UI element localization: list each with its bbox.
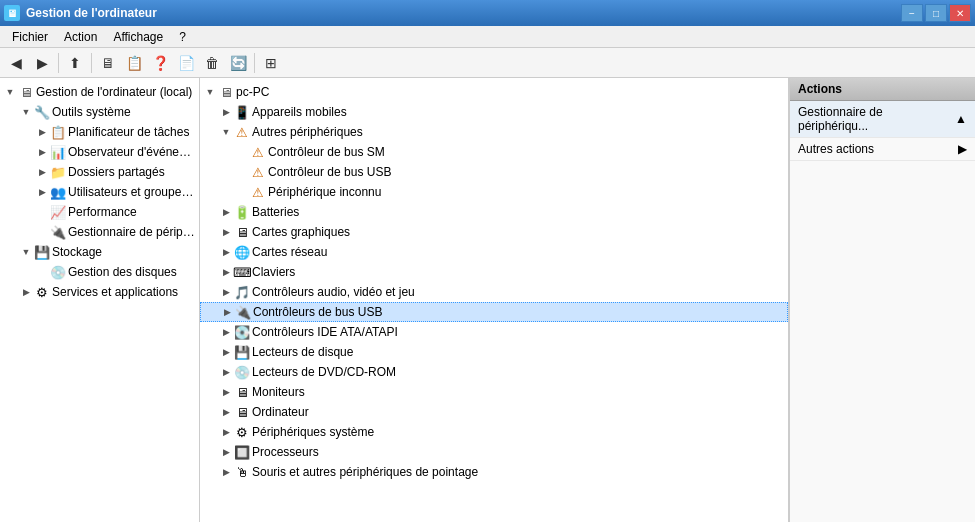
label-cartes-graph: Cartes graphiques [252, 225, 350, 239]
tree-item-computer-root[interactable]: ▼ 🖥 pc-PC [200, 82, 788, 102]
label-ctrl-bus-usb: Contrôleurs de bus USB [253, 305, 382, 319]
label-computer-root: pc-PC [236, 85, 269, 99]
tree-item-ctrl-bus-usb[interactable]: ▶ 🔌 Contrôleurs de bus USB [200, 302, 788, 322]
tree-item-services[interactable]: ▶ ⚙ Services et applications [0, 282, 199, 302]
expand-appareils[interactable]: ▶ [218, 104, 234, 120]
icon-processeurs: 🔲 [234, 444, 250, 460]
tree-item-appareils[interactable]: ▶ 📱 Appareils mobiles [200, 102, 788, 122]
label-services: Services et applications [52, 285, 178, 299]
tree-item-autres[interactable]: ▼ ⚠ Autres périphériques [200, 122, 788, 142]
tree-item-cartes-reseau[interactable]: ▶ 🌐 Cartes réseau [200, 242, 788, 262]
expand-ctrl-bus-usb[interactable]: ▶ [219, 304, 235, 320]
maximize-button[interactable]: □ [925, 4, 947, 22]
tree-item-batteries[interactable]: ▶ 🔋 Batteries [200, 202, 788, 222]
tree-item-claviers[interactable]: ▶ ⌨ Claviers [200, 262, 788, 282]
expand-planificateur[interactable]: ▶ [34, 124, 50, 140]
tree-item-planificateur[interactable]: ▶ 📋 Planificateur de tâches [0, 122, 199, 142]
icon-computer: 🖥 [18, 84, 34, 100]
tree-item-disques[interactable]: ▶ 💿 Gestion des disques [0, 262, 199, 282]
tree-item-periph-inconnu[interactable]: ▶ ⚠ Périphérique inconnu [200, 182, 788, 202]
expand-lecteurs-dvd[interactable]: ▶ [218, 364, 234, 380]
tree-item-souris[interactable]: ▶ 🖱 Souris et autres périphériques de po… [200, 462, 788, 482]
tree-item-ctrl-sm[interactable]: ▶ ⚠ Contrôleur de bus SM [200, 142, 788, 162]
expand-lecteurs-disque[interactable]: ▶ [218, 344, 234, 360]
expand-utilisateurs[interactable]: ▶ [34, 184, 50, 200]
forward-button[interactable]: ▶ [30, 51, 54, 75]
icon-ctrl-audio: 🎵 [234, 284, 250, 300]
expand-ordinateur[interactable]: ▶ [218, 404, 234, 420]
tree-item-ordinateur[interactable]: ▶ 🖥 Ordinateur [200, 402, 788, 422]
toolbar-sep-2 [91, 53, 92, 73]
label-batteries: Batteries [252, 205, 299, 219]
tree-item-cartes-graph[interactable]: ▶ 🖥 Cartes graphiques [200, 222, 788, 242]
icon-autres: ⚠ [234, 124, 250, 140]
expand-moniteurs[interactable]: ▶ [218, 384, 234, 400]
help-button[interactable]: ❓ [148, 51, 172, 75]
tree-item-root[interactable]: ▼ 🖥 Gestion de l'ordinateur (local) [0, 82, 199, 102]
icon-gestionnaire: 🔌 [50, 224, 66, 240]
tree-item-dossiers[interactable]: ▶ 📁 Dossiers partagés [0, 162, 199, 182]
tree-item-lecteurs-disque[interactable]: ▶ 💾 Lecteurs de disque [200, 342, 788, 362]
main-content: ▼ 🖥 Gestion de l'ordinateur (local) ▼ 🔧 … [0, 78, 975, 522]
new-button[interactable]: 📄 [174, 51, 198, 75]
tree-item-utilisateurs[interactable]: ▶ 👥 Utilisateurs et groupes l... [0, 182, 199, 202]
minimize-button[interactable]: − [901, 4, 923, 22]
tree-item-outils[interactable]: ▼ 🔧 Outils système [0, 102, 199, 122]
tree-item-processeurs[interactable]: ▶ 🔲 Processeurs [200, 442, 788, 462]
tree-item-ctrl-audio[interactable]: ▶ 🎵 Contrôleurs audio, vidéo et jeu [200, 282, 788, 302]
close-button[interactable]: ✕ [949, 4, 971, 22]
tree-item-ctrl-usb-warn[interactable]: ▶ ⚠ Contrôleur de bus USB [200, 162, 788, 182]
icon-utilisateurs: 👥 [50, 184, 66, 200]
delete-button[interactable]: 🗑 [200, 51, 224, 75]
expand-periph-systeme[interactable]: ▶ [218, 424, 234, 440]
properties-button[interactable]: 📋 [122, 51, 146, 75]
back-button[interactable]: ◀ [4, 51, 28, 75]
icon-ctrl-ide: 💽 [234, 324, 250, 340]
expand-batteries[interactable]: ▶ [218, 204, 234, 220]
menu-action[interactable]: Action [56, 28, 105, 46]
actions-panel: Actions Gestionnaire de périphériqu... ▲… [789, 78, 975, 522]
tree-item-lecteurs-dvd[interactable]: ▶ 💿 Lecteurs de DVD/CD-ROM [200, 362, 788, 382]
expand-cartes-graph[interactable]: ▶ [218, 224, 234, 240]
expand-stockage[interactable]: ▼ [18, 244, 34, 260]
label-cartes-reseau: Cartes réseau [252, 245, 327, 259]
menu-affichage[interactable]: Affichage [105, 28, 171, 46]
expand-souris[interactable]: ▶ [218, 464, 234, 480]
label-observateur: Observateur d'événeme... [68, 145, 195, 159]
menu-help[interactable]: ? [171, 28, 194, 46]
tree-item-moniteurs[interactable]: ▶ 🖥 Moniteurs [200, 382, 788, 402]
tree-item-periph-systeme[interactable]: ▶ ⚙ Périphériques système [200, 422, 788, 442]
tree-item-observateur[interactable]: ▶ 📊 Observateur d'événeme... [0, 142, 199, 162]
tree-item-stockage[interactable]: ▼ 💾 Stockage [0, 242, 199, 262]
tree-item-ctrl-ide[interactable]: ▶ 💽 Contrôleurs IDE ATA/ATAPI [200, 322, 788, 342]
expand-ctrl-ide[interactable]: ▶ [218, 324, 234, 340]
expand-observateur[interactable]: ▶ [34, 144, 50, 160]
show-hide-button[interactable]: 🖥 [96, 51, 120, 75]
expand-root[interactable]: ▼ [2, 84, 18, 100]
label-ctrl-usb-warn: Contrôleur de bus USB [268, 165, 391, 179]
refresh-button[interactable]: 🔄 [226, 51, 250, 75]
expand-computer-root[interactable]: ▼ [202, 84, 218, 100]
toolbar-sep-1 [58, 53, 59, 73]
toolbar: ◀ ▶ ⬆ 🖥 📋 ❓ 📄 🗑 🔄 ⊞ [0, 48, 975, 78]
icon-ctrl-sm: ⚠ [250, 144, 266, 160]
action-autres[interactable]: Autres actions ▶ [790, 138, 975, 161]
icon-batteries: 🔋 [234, 204, 250, 220]
tree-item-performance[interactable]: ▶ 📈 Performance [0, 202, 199, 222]
expand-services[interactable]: ▶ [18, 284, 34, 300]
view-button[interactable]: ⊞ [259, 51, 283, 75]
expand-cartes-reseau[interactable]: ▶ [218, 244, 234, 260]
icon-moniteurs: 🖥 [234, 384, 250, 400]
expand-processeurs[interactable]: ▶ [218, 444, 234, 460]
expand-autres[interactable]: ▼ [218, 124, 234, 140]
icon-ctrl-usb-warn: ⚠ [250, 164, 266, 180]
expand-outils[interactable]: ▼ [18, 104, 34, 120]
action-gestionnaire-arrow: ▲ [955, 112, 967, 126]
icon-cartes-reseau: 🌐 [234, 244, 250, 260]
up-button[interactable]: ⬆ [63, 51, 87, 75]
expand-dossiers[interactable]: ▶ [34, 164, 50, 180]
expand-ctrl-audio[interactable]: ▶ [218, 284, 234, 300]
menu-fichier[interactable]: Fichier [4, 28, 56, 46]
tree-item-gestionnaire[interactable]: ▶ 🔌 Gestionnaire de périphé... [0, 222, 199, 242]
action-gestionnaire[interactable]: Gestionnaire de périphériqu... ▲ [790, 101, 975, 138]
